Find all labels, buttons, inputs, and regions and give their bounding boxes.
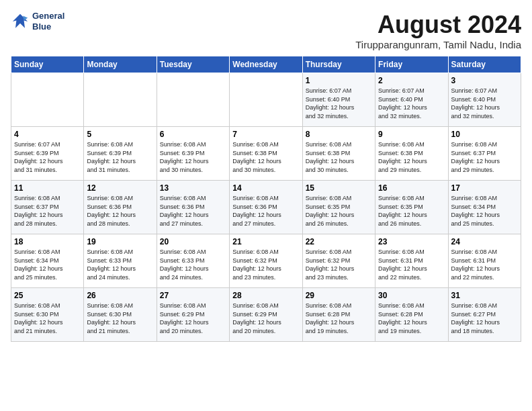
day-info: Sunrise: 6:08 AM Sunset: 6:29 PM Dayligh…	[160, 302, 226, 335]
day-number: 7	[232, 130, 299, 139]
calendar-day-cell: 22Sunrise: 6:08 AM Sunset: 6:32 PM Dayli…	[302, 234, 375, 288]
calendar-day-cell: 25Sunrise: 6:08 AM Sunset: 6:30 PM Dayli…	[11, 288, 84, 342]
calendar-week-row: 25Sunrise: 6:08 AM Sunset: 6:30 PM Dayli…	[11, 288, 521, 342]
day-info: Sunrise: 6:08 AM Sunset: 6:36 PM Dayligh…	[160, 194, 226, 228]
day-number: 5	[87, 130, 153, 139]
day-info: Sunrise: 6:08 AM Sunset: 6:37 PM Dayligh…	[451, 140, 518, 174]
day-number: 10	[451, 130, 518, 139]
day-info: Sunrise: 6:08 AM Sunset: 6:38 PM Dayligh…	[378, 140, 445, 174]
calendar-day-cell: 6Sunrise: 6:08 AM Sunset: 6:39 PM Daylig…	[157, 127, 229, 181]
calendar-day-cell: 10Sunrise: 6:08 AM Sunset: 6:37 PM Dayli…	[448, 127, 521, 181]
day-number: 17	[451, 183, 518, 193]
calendar-day-cell: 26Sunrise: 6:08 AM Sunset: 6:30 PM Dayli…	[84, 288, 157, 342]
day-info: Sunrise: 6:08 AM Sunset: 6:32 PM Dayligh…	[232, 248, 299, 281]
calendar-day-cell: 27Sunrise: 6:08 AM Sunset: 6:29 PM Dayli…	[157, 288, 229, 342]
day-info: Sunrise: 6:08 AM Sunset: 6:30 PM Dayligh…	[14, 302, 81, 335]
day-info: Sunrise: 6:08 AM Sunset: 6:35 PM Dayligh…	[306, 194, 372, 228]
location-subtitle: Tirupparangunram, Tamil Nadu, India	[355, 39, 521, 50]
calendar-week-row: 1Sunrise: 6:07 AM Sunset: 6:40 PM Daylig…	[11, 73, 521, 127]
weekday-header-cell: Tuesday	[157, 56, 229, 73]
calendar-day-cell	[230, 73, 302, 127]
day-info: Sunrise: 6:08 AM Sunset: 6:33 PM Dayligh…	[87, 248, 153, 281]
day-info: Sunrise: 6:08 AM Sunset: 6:38 PM Dayligh…	[232, 140, 299, 174]
calendar-body: 1Sunrise: 6:07 AM Sunset: 6:40 PM Daylig…	[11, 73, 521, 342]
weekday-header-cell: Monday	[84, 56, 157, 73]
day-number: 21	[232, 237, 299, 246]
weekday-header-cell: Wednesday	[230, 56, 302, 73]
day-number: 2	[378, 76, 445, 85]
day-info: Sunrise: 6:08 AM Sunset: 6:35 PM Dayligh…	[378, 194, 445, 228]
day-info: Sunrise: 6:08 AM Sunset: 6:28 PM Dayligh…	[306, 302, 372, 335]
calendar-day-cell	[157, 73, 229, 127]
calendar-table: SundayMondayTuesdayWednesdayThursdayFrid…	[11, 56, 521, 342]
day-info: Sunrise: 6:07 AM Sunset: 6:40 PM Dayligh…	[451, 87, 518, 120]
calendar-day-cell: 12Sunrise: 6:08 AM Sunset: 6:36 PM Dayli…	[84, 181, 157, 234]
day-number: 1	[306, 76, 372, 85]
calendar-day-cell: 29Sunrise: 6:08 AM Sunset: 6:28 PM Dayli…	[302, 288, 375, 342]
weekday-header-cell: Friday	[375, 56, 448, 73]
day-number: 3	[451, 76, 518, 85]
calendar-day-cell: 7Sunrise: 6:08 AM Sunset: 6:38 PM Daylig…	[230, 127, 302, 181]
day-info: Sunrise: 6:08 AM Sunset: 6:38 PM Dayligh…	[306, 140, 372, 174]
calendar-day-cell: 11Sunrise: 6:08 AM Sunset: 6:37 PM Dayli…	[11, 181, 84, 234]
calendar-day-cell: 3Sunrise: 6:07 AM Sunset: 6:40 PM Daylig…	[448, 73, 521, 127]
weekday-header-cell: Sunday	[11, 56, 84, 73]
day-info: Sunrise: 6:08 AM Sunset: 6:39 PM Dayligh…	[160, 140, 226, 174]
day-info: Sunrise: 6:08 AM Sunset: 6:32 PM Dayligh…	[306, 248, 372, 281]
day-number: 31	[451, 291, 518, 300]
day-number: 19	[87, 237, 153, 246]
day-info: Sunrise: 6:07 AM Sunset: 6:40 PM Dayligh…	[378, 87, 445, 120]
weekday-header-row: SundayMondayTuesdayWednesdayThursdayFrid…	[11, 56, 521, 73]
day-number: 15	[306, 183, 372, 193]
day-number: 24	[451, 237, 518, 246]
day-number: 30	[378, 291, 445, 300]
calendar-day-cell: 13Sunrise: 6:08 AM Sunset: 6:36 PM Dayli…	[157, 181, 229, 234]
logo: General Blue	[11, 11, 64, 32]
day-info: Sunrise: 6:07 AM Sunset: 6:39 PM Dayligh…	[14, 140, 81, 174]
day-number: 11	[14, 183, 81, 193]
day-number: 18	[14, 237, 81, 246]
day-info: Sunrise: 6:08 AM Sunset: 6:28 PM Dayligh…	[378, 302, 445, 335]
calendar-day-cell: 28Sunrise: 6:08 AM Sunset: 6:29 PM Dayli…	[230, 288, 302, 342]
calendar-day-cell: 16Sunrise: 6:08 AM Sunset: 6:35 PM Dayli…	[375, 181, 448, 234]
day-info: Sunrise: 6:08 AM Sunset: 6:30 PM Dayligh…	[87, 302, 153, 335]
calendar-day-cell: 14Sunrise: 6:08 AM Sunset: 6:36 PM Dayli…	[230, 181, 302, 234]
day-info: Sunrise: 6:08 AM Sunset: 6:27 PM Dayligh…	[451, 302, 518, 335]
calendar-day-cell: 21Sunrise: 6:08 AM Sunset: 6:32 PM Dayli…	[230, 234, 302, 288]
title-area: August 2024 Tirupparangunram, Tamil Nadu…	[355, 11, 521, 50]
calendar-day-cell: 30Sunrise: 6:08 AM Sunset: 6:28 PM Dayli…	[375, 288, 448, 342]
calendar-day-cell: 9Sunrise: 6:08 AM Sunset: 6:38 PM Daylig…	[375, 127, 448, 181]
calendar-day-cell: 4Sunrise: 6:07 AM Sunset: 6:39 PM Daylig…	[11, 127, 84, 181]
day-number: 26	[87, 291, 153, 300]
calendar-week-row: 18Sunrise: 6:08 AM Sunset: 6:34 PM Dayli…	[11, 234, 521, 288]
calendar-day-cell: 18Sunrise: 6:08 AM Sunset: 6:34 PM Dayli…	[11, 234, 84, 288]
weekday-header-cell: Thursday	[302, 56, 375, 73]
calendar-day-cell	[84, 73, 157, 127]
calendar-week-row: 11Sunrise: 6:08 AM Sunset: 6:37 PM Dayli…	[11, 181, 521, 234]
calendar-day-cell: 2Sunrise: 6:07 AM Sunset: 6:40 PM Daylig…	[375, 73, 448, 127]
header: General Blue August 2024 Tirupparangunra…	[11, 11, 521, 50]
calendar-day-cell: 5Sunrise: 6:08 AM Sunset: 6:39 PM Daylig…	[84, 127, 157, 181]
day-number: 27	[160, 291, 226, 300]
calendar-day-cell: 23Sunrise: 6:08 AM Sunset: 6:31 PM Dayli…	[375, 234, 448, 288]
day-info: Sunrise: 6:08 AM Sunset: 6:36 PM Dayligh…	[232, 194, 299, 228]
day-info: Sunrise: 6:08 AM Sunset: 6:31 PM Dayligh…	[451, 248, 518, 281]
logo-icon	[11, 12, 30, 31]
svg-marker-0	[13, 13, 28, 28]
calendar-day-cell	[11, 73, 84, 127]
day-info: Sunrise: 6:08 AM Sunset: 6:29 PM Dayligh…	[232, 302, 299, 335]
day-number: 14	[232, 183, 299, 193]
day-number: 29	[306, 291, 372, 300]
day-number: 23	[378, 237, 445, 246]
day-number: 28	[232, 291, 299, 300]
logo-text: General Blue	[32, 11, 64, 32]
day-number: 12	[87, 183, 153, 193]
day-number: 20	[160, 237, 226, 246]
day-info: Sunrise: 6:08 AM Sunset: 6:37 PM Dayligh…	[14, 194, 81, 228]
day-number: 9	[378, 130, 445, 139]
day-info: Sunrise: 6:08 AM Sunset: 6:34 PM Dayligh…	[14, 248, 81, 281]
month-year-title: August 2024	[355, 11, 521, 39]
calendar-day-cell: 8Sunrise: 6:08 AM Sunset: 6:38 PM Daylig…	[302, 127, 375, 181]
day-info: Sunrise: 6:08 AM Sunset: 6:39 PM Dayligh…	[87, 140, 153, 174]
calendar-day-cell: 1Sunrise: 6:07 AM Sunset: 6:40 PM Daylig…	[302, 73, 375, 127]
